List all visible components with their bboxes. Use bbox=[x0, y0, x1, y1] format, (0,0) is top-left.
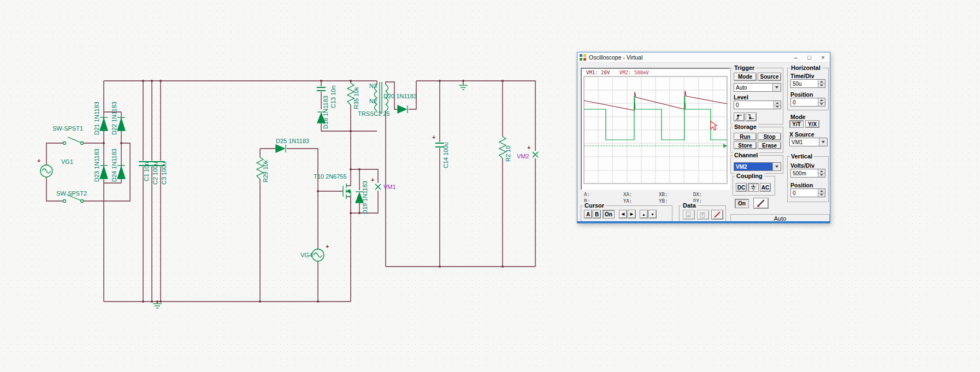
component-voltmeter-vm2[interactable] bbox=[533, 152, 538, 157]
spin-down-icon[interactable] bbox=[818, 174, 825, 178]
component-diode-d23[interactable] bbox=[100, 166, 108, 179]
minimize-button[interactable]: – bbox=[789, 52, 802, 62]
coupling-ground-button[interactable] bbox=[748, 183, 759, 192]
channel-on-button[interactable]: On bbox=[735, 199, 749, 208]
ground-symbol-bottom[interactable] bbox=[153, 304, 162, 308]
label-c1: C1 10n bbox=[143, 162, 150, 181]
label-c2: C2 100u bbox=[152, 162, 158, 185]
component-diode-d21[interactable] bbox=[100, 117, 108, 131]
label-sw-spst2: SW-SPST2 bbox=[56, 190, 87, 197]
coupling-ac-button[interactable]: AC bbox=[760, 183, 771, 192]
app-icon bbox=[579, 54, 587, 61]
coupling-dc-button[interactable]: DC bbox=[736, 183, 747, 192]
ground-symbol-output[interactable] bbox=[459, 85, 468, 90]
component-voltmeter-vm1[interactable] bbox=[375, 184, 381, 190]
trigger-level-field[interactable]: 0 bbox=[734, 101, 781, 109]
label-vg4: VG4 bbox=[300, 252, 312, 258]
component-source-vg1[interactable] bbox=[40, 165, 52, 177]
component-diode-d24[interactable] bbox=[117, 166, 125, 179]
xsource-select[interactable]: VM1 bbox=[789, 138, 828, 146]
component-diode-d20[interactable] bbox=[398, 105, 408, 113]
component-diode-d25[interactable] bbox=[276, 145, 286, 152]
voltsdiv-field[interactable]: 500m bbox=[790, 169, 825, 178]
titlebar[interactable]: Oscilloscope - Virtual – □ × bbox=[577, 52, 830, 63]
data-export-button[interactable] bbox=[711, 210, 723, 220]
label-n2: N2 bbox=[369, 98, 377, 104]
label-t10: T10 2N6755 bbox=[314, 173, 347, 180]
trigger-mode-select[interactable]: Auto bbox=[734, 83, 781, 92]
component-switch-sw-spst1[interactable] bbox=[63, 137, 84, 145]
circuit-wires[interactable] bbox=[46, 81, 535, 304]
ch2-readout: VM2: 500mV bbox=[619, 70, 649, 75]
combo-arrow-icon[interactable] bbox=[819, 138, 827, 146]
trigger-falling-edge-button[interactable] bbox=[746, 113, 757, 121]
component-diode-d22[interactable] bbox=[117, 117, 125, 131]
spin-down-icon[interactable] bbox=[818, 84, 825, 88]
spin-down-icon[interactable] bbox=[774, 105, 781, 109]
horizontal-group: Horizontal Time/Div 50u Position 0 bbox=[787, 68, 829, 110]
load-icon bbox=[685, 211, 693, 219]
cursor-b-button[interactable]: B bbox=[593, 210, 601, 219]
label-trssc2: TRSSC2 25 bbox=[358, 110, 390, 117]
maximize-button[interactable]: □ bbox=[802, 52, 816, 62]
label-r2: R2 10 bbox=[505, 146, 511, 162]
ch1-readout: VM1: 20V bbox=[586, 70, 610, 75]
label-d21: D21 1N1183 bbox=[93, 102, 100, 135]
data-group-label: Data bbox=[681, 202, 698, 209]
trigger-level-label: Level bbox=[734, 94, 748, 101]
probe-icon bbox=[756, 199, 766, 208]
combo-arrow-icon[interactable] bbox=[772, 84, 781, 91]
cursor-on-button[interactable]: On bbox=[603, 210, 615, 219]
circuit-labels: D21 1N1183 D22 1N1183 D23 1N1183 D24 1N1… bbox=[52, 82, 529, 258]
plus-vg4: + bbox=[326, 243, 329, 250]
rising-edge-icon bbox=[735, 114, 743, 120]
close-button[interactable]: × bbox=[816, 52, 830, 62]
probe-button[interactable] bbox=[753, 198, 769, 209]
readout-xb: XB: bbox=[659, 192, 668, 197]
combo-arrow-icon[interactable] bbox=[772, 163, 781, 170]
storage-store-button[interactable]: Store bbox=[734, 141, 757, 149]
spin-up-icon[interactable] bbox=[818, 80, 825, 84]
data-load-button[interactable] bbox=[683, 210, 695, 220]
channel-select[interactable]: VM2 bbox=[734, 162, 781, 171]
xsource-label: X Source bbox=[789, 131, 814, 138]
storage-erase-button[interactable]: Erase bbox=[758, 141, 781, 149]
label-d19: D19 1N1183 bbox=[362, 181, 368, 214]
spin-up-icon[interactable] bbox=[818, 169, 825, 174]
save-icon bbox=[699, 211, 707, 219]
storage-run-button[interactable]: Run bbox=[734, 133, 757, 140]
ground-icon bbox=[750, 184, 757, 191]
cursor-left-button[interactable]: ◀ bbox=[619, 210, 627, 219]
channel-group: Channel VM2 bbox=[730, 155, 783, 174]
cursor-top-button[interactable]: ▲ bbox=[640, 210, 648, 219]
trigger-rising-edge-button[interactable] bbox=[734, 113, 745, 121]
data-group: Data bbox=[679, 205, 726, 222]
spin-down-icon[interactable] bbox=[818, 193, 825, 197]
trigger-group: Trigger Mode Source Auto Level 0 bbox=[730, 68, 783, 125]
cursor-a-button[interactable]: A bbox=[584, 210, 592, 219]
spin-up-icon[interactable] bbox=[818, 98, 825, 103]
label-n3: N3 bbox=[369, 82, 377, 89]
label-d18: D18 1N1183 bbox=[322, 96, 329, 129]
schematic-canvas[interactable]: D21 1N1183 D22 1N1183 D23 1N1183 D24 1N1… bbox=[0, 0, 574, 339]
trigger-mode-value: Auto bbox=[734, 84, 772, 91]
cursor-bottom-button[interactable]: ▼ bbox=[648, 210, 657, 219]
spin-up-icon[interactable] bbox=[774, 101, 781, 105]
storage-stop-button[interactable]: Stop bbox=[758, 133, 781, 140]
trigger-mode-button[interactable]: Mode bbox=[734, 73, 757, 81]
cursor-group: Cursor A B On ◀ ▶ ▲ ▼ bbox=[581, 205, 672, 222]
data-save-button[interactable] bbox=[697, 210, 709, 220]
mode-yt-button[interactable]: Y/T bbox=[789, 120, 804, 128]
component-source-vg4[interactable] bbox=[312, 249, 324, 261]
spin-down-icon[interactable] bbox=[818, 103, 825, 107]
cursor-right-button[interactable]: ▶ bbox=[628, 210, 636, 219]
plus-vg1: + bbox=[37, 157, 40, 164]
spin-up-icon[interactable] bbox=[818, 189, 825, 193]
trigger-source-button[interactable]: Source bbox=[758, 73, 781, 81]
vertical-position-field[interactable]: 0 bbox=[790, 188, 825, 197]
component-capacitor-c13[interactable] bbox=[317, 87, 326, 91]
scope-display[interactable]: VM1: 20V VM2: 500mV bbox=[581, 68, 730, 190]
horizontal-position-field[interactable]: 0 bbox=[790, 98, 825, 107]
mode-yx-button[interactable]: Y/X bbox=[805, 120, 819, 128]
timediv-field[interactable]: 50u bbox=[790, 79, 825, 88]
